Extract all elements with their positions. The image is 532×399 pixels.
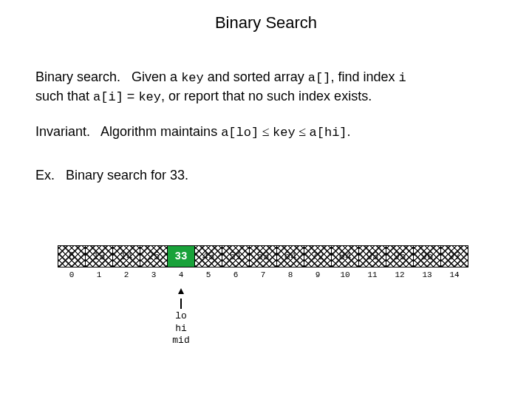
array-index: 13 <box>413 270 441 279</box>
array-cell: 13 <box>85 245 113 267</box>
text: , or report that no such index exists. <box>161 89 372 103</box>
array-cell: 72 <box>304 245 332 267</box>
pointer-label: mid <box>167 335 195 347</box>
text: such that <box>35 89 93 103</box>
array-cell: 84 <box>331 245 359 267</box>
array-cell: 51 <box>222 245 250 267</box>
array-cell: 25 <box>140 245 168 267</box>
array-index: 1 <box>85 270 113 279</box>
pointer-label: hi <box>167 323 195 335</box>
arrow-stem <box>180 299 182 309</box>
text: = <box>123 89 139 103</box>
array-index: 5 <box>194 270 222 279</box>
text: . <box>347 124 351 139</box>
code: key <box>181 71 204 85</box>
array-index: 6 <box>222 270 250 279</box>
array-index: 0 <box>58 270 86 279</box>
arrow-up-icon <box>178 288 184 294</box>
array-index: 14 <box>440 270 468 279</box>
symbol-le: ≤ <box>296 124 310 139</box>
paragraph-example: Ex. Binary search for 33. <box>35 166 497 185</box>
array-cell: 64 <box>276 245 304 267</box>
slide: Binary Search Binary search. Given a key… <box>0 0 532 399</box>
array-index: 9 <box>304 270 332 279</box>
text: and sorted array <box>204 69 308 84</box>
array-index: 2 <box>112 270 140 279</box>
text: Binary search for 33. <box>66 168 188 183</box>
array-index: 3 <box>140 270 168 279</box>
code: i <box>398 71 406 85</box>
array-cell: 43 <box>194 245 222 267</box>
array-index: 4 <box>167 270 195 279</box>
code: a[lo] <box>221 126 259 140</box>
array-index: 12 <box>386 270 414 279</box>
pointer-label: lo <box>167 310 195 322</box>
pointer-column: lohimid <box>167 287 195 347</box>
array-cell: 95 <box>386 245 414 267</box>
array-cell: 14 <box>112 245 140 267</box>
code: key <box>273 126 296 140</box>
array-diagram: 61314253343515364728493959697 0123456789… <box>58 245 479 279</box>
array-cell: 53 <box>249 245 277 267</box>
array-cell-highlight: 33 <box>167 245 195 267</box>
lead-label: Invariant. <box>35 124 90 139</box>
array-cell: 93 <box>358 245 386 267</box>
array-cell: 96 <box>413 245 441 267</box>
page-title: Binary Search <box>0 13 532 33</box>
paragraph-invariant: Invariant. Algorithm maintains a[lo] ≤ k… <box>35 123 497 142</box>
pointer-labels: lohimid <box>167 310 195 347</box>
code: key <box>138 90 161 104</box>
code: a[hi] <box>310 126 347 140</box>
body-text: Binary search. Given a key and sorted ar… <box>35 68 497 202</box>
array-index: 7 <box>249 270 277 279</box>
text: Algorithm maintains <box>100 124 221 139</box>
lead-label: Ex. <box>35 168 55 183</box>
text: Given a <box>132 69 181 84</box>
array-index: 8 <box>276 270 304 279</box>
symbol-le: ≤ <box>259 124 273 139</box>
array-cell: 97 <box>440 245 468 267</box>
lead-label: Binary search. <box>35 69 120 84</box>
code: a[] <box>308 71 331 85</box>
index-row: 01234567891011121314 <box>58 270 479 279</box>
array-row: 61314253343515364728493959697 <box>58 245 479 267</box>
code: a[i] <box>93 90 123 104</box>
paragraph-definition: Binary search. Given a key and sorted ar… <box>35 68 497 106</box>
array-cell: 6 <box>58 245 86 267</box>
text: , find index <box>330 69 398 84</box>
array-index: 10 <box>331 270 359 279</box>
array-index: 11 <box>358 270 386 279</box>
